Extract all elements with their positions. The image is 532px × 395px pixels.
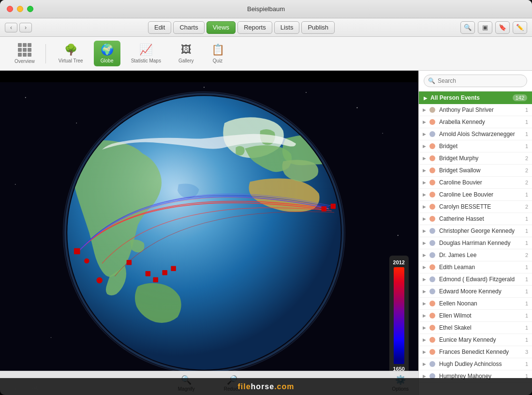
watermark-text: filehorse.com [237,382,294,391]
person-count: 1 [525,289,528,294]
svg-point-1 [25,97,26,98]
person-arrow-icon: ▶ [423,132,428,137]
gallery-button[interactable]: 🖼 Gallery [172,41,201,66]
search-input[interactable] [424,75,527,87]
list-item[interactable]: ▶ Dr. James Lee 2 [419,249,532,261]
list-item[interactable]: ▶ Eellen Noonan 1 [419,298,532,310]
reports-button[interactable]: Reports [237,21,272,34]
list-item[interactable]: ▶ Arabella Kennedy 1 [419,116,532,128]
legend-color-bar [394,267,404,364]
list-item[interactable]: ▶ Caroline Bouvier 2 [419,177,532,189]
list-item[interactable]: ▶ Frances Benedict Kennedy 3 [419,346,532,358]
svg-point-4 [382,133,383,134]
person-count: 1 [525,313,528,319]
person-arrow-icon: ▶ [423,192,428,197]
list-header-arrow-icon: ▶ [424,95,428,101]
list-item[interactable]: ▶ Christopher George Kennedy 1 [419,225,532,237]
person-count: 1 [525,107,528,113]
person-arrow-icon: ▶ [423,144,428,149]
list-header[interactable]: ▶ All Person Events 142 [419,91,532,104]
person-arrow-icon: ▶ [423,168,428,173]
view-toggle-button[interactable]: ▣ [478,21,492,34]
person-name: Dr. James Lee [439,252,525,258]
person-dot [429,204,435,210]
list-item[interactable]: ▶ Douglas Harriman Kennedy 1 [419,237,532,249]
bookmark-button[interactable]: 🔖 [495,21,510,34]
person-count: 1 [525,361,528,367]
search-toolbar-button[interactable]: 🔍 [460,21,475,34]
list-item[interactable]: ▶ Eunice Mary Kennedy 1 [419,334,532,346]
nav-forward-button[interactable]: › [19,23,32,32]
search-bar: 🔍 [419,71,532,91]
person-arrow-icon: ▶ [423,120,428,124]
person-count: 3 [525,349,528,355]
virtual-tree-button[interactable]: 🌳 Virtual Tree [52,41,90,66]
right-panel: 🔍 ▶ All Person Events 142 ▶ Anthony Paul… [418,71,532,395]
watermark: filehorse.com [0,378,532,395]
person-dot [429,276,435,282]
list-item[interactable]: ▶ Ethel Skakel 1 [419,322,532,334]
person-count: 2 [525,167,528,173]
gallery-icon: 🖼 [181,44,192,56]
person-count: 1 [525,228,528,234]
fullscreen-button[interactable] [27,6,33,12]
person-arrow-icon: ▶ [423,265,428,270]
publish-button[interactable]: Publish [301,21,335,34]
person-name: Ethel Skakel [439,324,525,331]
globe-button[interactable]: 🌍 Globe [94,41,120,66]
nav-back-button[interactable]: ‹ [5,23,17,32]
person-dot [429,289,435,294]
person-count: 2 [525,180,528,185]
list-item[interactable]: ▶ Arnold Alois Schwarzenegger 1 [419,128,532,140]
minimize-button[interactable] [17,6,23,12]
list-item[interactable]: ▶ Edmond ( Edward) Fitzgerald 1 [419,273,532,286]
person-count: 1 [525,131,528,137]
action-button[interactable]: ✏️ [513,21,527,34]
person-arrow-icon: ▶ [423,107,428,112]
person-count: 1 [525,337,528,343]
edit-button[interactable]: Edit [148,21,171,34]
list-item[interactable]: ▶ Ellen Wilmot 1 [419,310,532,322]
person-count: 1 [525,119,528,125]
close-button[interactable] [7,6,13,12]
charts-button[interactable]: Charts [173,21,204,34]
list-item[interactable]: ▶ Anthony Paul Shriver 1 [419,104,532,116]
person-count: 1 [525,325,528,331]
person-arrow-icon: ▶ [423,289,428,294]
person-count: 1 [525,216,528,222]
person-arrow-icon: ▶ [423,204,428,209]
toolbar-separator [45,44,46,63]
list-item[interactable]: ▶ Edward Moore Kennedy 1 [419,286,532,298]
overview-button[interactable]: Overview [10,40,40,67]
svg-point-9 [204,87,205,88]
person-dot [429,180,435,185]
list-item[interactable]: ▶ Hugh Dudley Achincloss 1 [419,358,532,370]
views-button[interactable]: Views [207,21,236,34]
quiz-button[interactable]: 📋 Quiz [205,41,231,66]
list-item[interactable]: ▶ Caroline Lee Bouvier 1 [419,189,532,201]
list-header-count: 142 [513,94,527,101]
virtual-tree-label: Virtual Tree [59,58,83,63]
statistic-maps-button[interactable]: 📈 Statistic Maps [124,41,168,66]
watermark-suffix: .com [274,382,294,391]
list-header-title: All Person Events [430,94,480,101]
lists-button[interactable]: Lists [274,21,300,34]
list-item[interactable]: ▶ Carolyn BESSETTE 2 [419,201,532,213]
person-name: Eellen Noonan [439,300,525,307]
person-dot [429,155,435,161]
list-item[interactable]: ▶ Bridget 1 [419,140,532,152]
person-count: 1 [525,264,528,270]
list-header-left: ▶ All Person Events [424,94,480,101]
quiz-label: Quiz [213,58,223,63]
person-arrow-icon: ▶ [423,156,428,161]
person-count: 2 [525,155,528,161]
globe-area[interactable]: 2012 1650 © OpenStreetMap 🔍 Magnify 🔎 Re… [0,71,418,395]
timeline-legend: 2012 1650 [389,256,409,376]
list-item[interactable]: ▶ Catherine Hasset 1 [419,213,532,225]
list-item[interactable]: ▶ Bridget Swallow 2 [419,165,532,177]
statistic-maps-label: Statistic Maps [131,58,161,63]
person-name: Christopher George Kennedy [439,228,525,234]
list-item[interactable]: ▶ Edith Leaman 1 [419,261,532,273]
globe-svg [0,71,418,395]
list-item[interactable]: ▶ Bridget Murphy 2 [419,152,532,165]
